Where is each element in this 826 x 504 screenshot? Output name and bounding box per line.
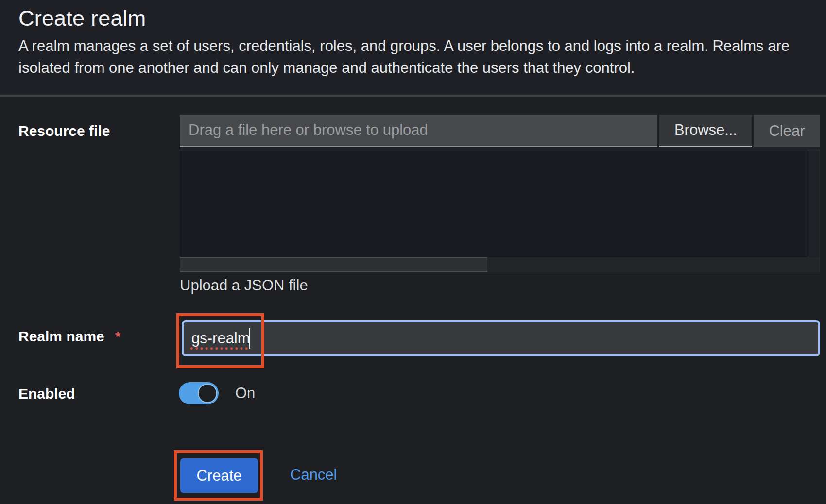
enabled-toggle-knob [199, 385, 216, 402]
upload-helper-text: Upload a JSON file [180, 277, 308, 294]
enabled-state-label: On [235, 385, 255, 402]
create-button[interactable]: Create [180, 458, 258, 493]
editor-vertical-scrollbar[interactable] [808, 149, 820, 258]
editor-horizontal-scrollbar[interactable] [180, 257, 820, 272]
enabled-toggle[interactable] [179, 382, 219, 404]
page-description: A realm manages a set of users, credenti… [18, 35, 790, 79]
clear-button[interactable]: Clear [754, 115, 820, 147]
realm-name-label-row: Realm name* [18, 328, 120, 345]
file-upload-filename-input[interactable] [180, 115, 657, 147]
required-asterisk: * [115, 328, 121, 344]
realm-name-field [182, 320, 820, 356]
cancel-link[interactable]: Cancel [290, 466, 337, 484]
page-description-line-1: A realm manages a set of users, credenti… [18, 35, 790, 57]
resource-file-json-editor[interactable] [180, 149, 820, 272]
page-title: Create realm [18, 6, 146, 31]
create-realm-page: Create realm A realm manages a set of us… [0, 0, 826, 504]
realm-name-label: Realm name [18, 328, 104, 344]
resource-file-label: Resource file [18, 123, 110, 139]
enabled-label: Enabled [18, 386, 75, 402]
browse-button[interactable]: Browse... [659, 115, 752, 147]
page-header: Create realm A realm manages a set of us… [0, 0, 826, 97]
editor-horizontal-scrollbar-thumb[interactable] [180, 257, 487, 272]
realm-name-input[interactable] [182, 320, 820, 356]
page-description-line-2: isolated from one another and can only m… [18, 57, 790, 79]
